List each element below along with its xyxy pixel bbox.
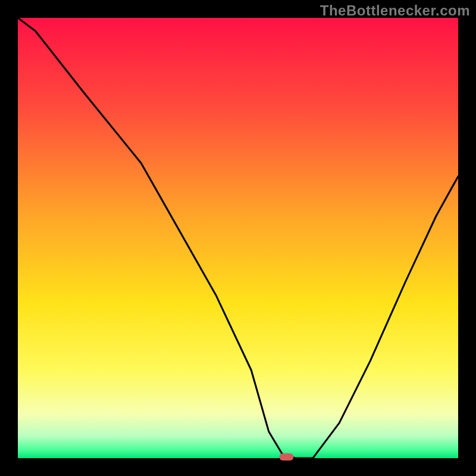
chart-container: TheBottlenecker.com [0, 0, 476, 476]
optimal-marker [279, 453, 293, 461]
bottleneck-chart [0, 0, 476, 476]
watermark-text: TheBottlenecker.com [320, 2, 470, 19]
plot-background [18, 18, 458, 458]
